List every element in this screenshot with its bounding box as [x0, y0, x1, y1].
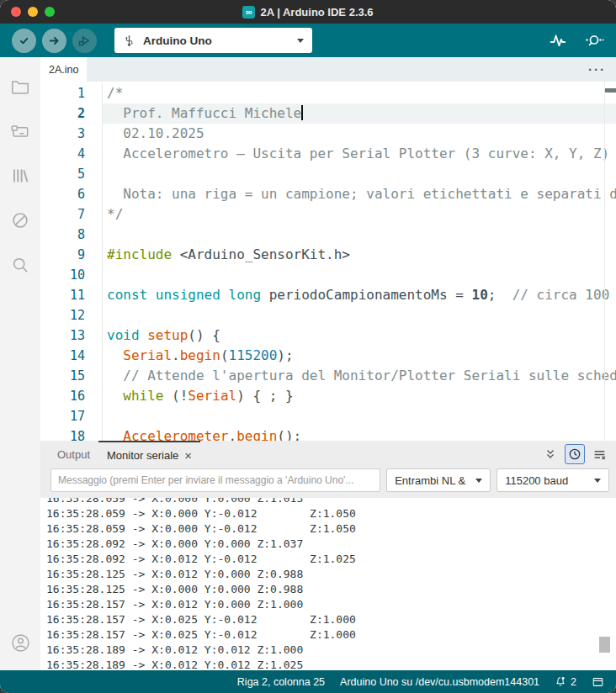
code-line[interactable]: 7*/ — [40, 204, 616, 225]
sidebar-item-sketchbook[interactable] — [0, 64, 40, 108]
minimize-window-button[interactable] — [28, 7, 38, 17]
window-title: 2A | Arduino IDE 2.3.6 — [260, 6, 373, 19]
chevron-down-icon — [475, 479, 482, 483]
panel-header: Output Monitor seriale × — [40, 441, 616, 498]
zoom-window-button[interactable] — [45, 7, 55, 17]
code-text: void setup() { — [103, 325, 616, 346]
chevron-down-icon — [297, 39, 304, 43]
statusbar: Riga 2, colonna 25 Arduino Uno su /dev/c… — [0, 670, 616, 693]
panel-tab-output[interactable]: Output — [49, 441, 98, 468]
code-line[interactable]: 4 Accelerometro — Uscita per Serial Plot… — [40, 144, 616, 164]
serial-line: 16:35:28.125 -> X:0.000 Y:0.000 Z:0.988 — [46, 582, 616, 597]
serial-monitor-button[interactable] — [584, 30, 604, 50]
code-text: while (!Serial) { ; } — [103, 386, 616, 406]
line-number: 17 — [40, 406, 103, 426]
code-line[interactable]: 6 Nota: una riga = un campione; valori e… — [40, 184, 616, 204]
line-number: 10 — [40, 265, 103, 285]
serial-lines: 16:35:28.059 -> X:0.000 Y:0.000 Z:1.0131… — [46, 498, 616, 670]
cursor-position-status[interactable]: Riga 2, colonna 25 — [237, 676, 325, 688]
code-line[interactable]: 2 Prof. Maffucci Michele — [40, 103, 616, 124]
notifications-status[interactable]: 2 — [555, 675, 576, 688]
code-line[interactable]: 1/* — [40, 83, 616, 103]
line-ending-select[interactable]: Entrambi NL & CR — [386, 468, 491, 492]
line-number: 1 — [40, 83, 103, 103]
line-number: 16 — [40, 386, 103, 406]
code-text: /* — [103, 83, 616, 103]
code-text — [103, 225, 616, 245]
code-text — [103, 305, 616, 325]
sidebar-item-account[interactable] — [0, 621, 40, 665]
board-icon — [9, 120, 31, 142]
serial-line: 16:35:28.157 -> X:0.025 Y:-0.012 Z:1.000 — [46, 627, 616, 643]
code-line[interactable]: 9#include <Arduino_SensorKit.h> — [40, 245, 616, 265]
notifications-count: 2 — [571, 676, 576, 688]
serial-line: 16:35:28.092 -> X:0.012 Y:-0.012 Z:1.025 — [46, 552, 616, 567]
upload-button[interactable] — [42, 29, 66, 53]
serial-line: 16:35:28.189 -> X:0.012 Y:0.012 Z:1.000 — [46, 643, 616, 658]
serial-output[interactable]: 16:35:28.059 -> X:0.000 Y:0.000 Z:1.0131… — [40, 498, 616, 670]
collapse-panel-button[interactable] — [540, 444, 560, 464]
board-port-status[interactable]: Arduino Uno su /dev/cu.usbmodem144301 — [340, 676, 539, 688]
code-line[interactable]: 14 Serial.begin(115200); — [40, 346, 616, 366]
toggle-panel-icon — [592, 676, 604, 688]
serial-message-input[interactable] — [50, 468, 380, 492]
editor-tab-2a-ino[interactable]: 2A.ino — [40, 57, 87, 82]
titlebar: ∞ 2A | Arduino IDE 2.3.6 — [0, 0, 616, 24]
close-tab-icon[interactable]: × — [184, 449, 192, 462]
code-text: */ — [103, 204, 616, 225]
code-line[interactable]: 15 // Attende l'apertura del Monitor/Plo… — [40, 366, 616, 386]
toggle-panel-button[interactable] — [592, 676, 604, 688]
toolbar: Arduino Uno — [0, 24, 616, 57]
serial-scrollbar-thumb[interactable] — [599, 637, 610, 653]
code-line[interactable]: 10 — [40, 265, 616, 285]
sidebar-item-boards-manager[interactable] — [0, 108, 40, 153]
line-number: 13 — [40, 325, 103, 346]
circle-slash-icon — [9, 209, 31, 231]
toolbar-right-actions — [548, 30, 604, 50]
baud-rate-select[interactable]: 115200 baud — [497, 468, 609, 492]
line-number: 7 — [40, 204, 103, 225]
sidebar-item-library-manager[interactable] — [0, 153, 40, 198]
magnifier-icon — [9, 254, 31, 276]
toggle-timestamp-button[interactable] — [565, 444, 585, 464]
bottom-panel: Output Monitor seriale × — [40, 441, 616, 670]
editor-more-actions-button[interactable]: ··· — [578, 57, 616, 82]
sidebar-item-search[interactable] — [0, 242, 40, 287]
code-line[interactable]: 17 — [40, 406, 616, 426]
line-number: 18 — [40, 426, 103, 441]
clear-output-icon — [592, 447, 607, 462]
code-line[interactable]: 12 — [40, 305, 616, 325]
editor-scrollbar-marker[interactable] — [605, 88, 616, 93]
line-number: 8 — [40, 225, 103, 245]
code-editor[interactable]: 1/*2 Prof. Maffucci Michele3 02.10.20254… — [40, 82, 616, 441]
debug-button[interactable] — [72, 29, 97, 53]
line-number: 9 — [40, 245, 103, 265]
editor-scrollbar-track[interactable] — [604, 82, 605, 441]
code-line[interactable]: 3 02.10.2025 — [40, 124, 616, 144]
code-line[interactable]: 11const unsigned long periodoCampionamen… — [40, 285, 616, 305]
close-window-button[interactable] — [11, 7, 21, 17]
code-line[interactable]: 16 while (!Serial) { ; } — [40, 386, 616, 406]
clear-output-button[interactable] — [589, 444, 609, 464]
verify-button[interactable] — [12, 29, 36, 53]
sidebar-item-debug[interactable] — [0, 198, 40, 242]
code-text: 02.10.2025 — [103, 124, 616, 144]
code-line[interactable]: 18 Accelerometer.begin(); — [40, 426, 616, 441]
serial-line: 16:35:28.157 -> X:0.025 Y:-0.012 Z:1.000 — [46, 612, 616, 627]
panel-tab-serial-monitor[interactable]: Monitor seriale × — [98, 441, 200, 468]
board-selector-value: Arduino Uno — [143, 34, 289, 47]
code-line[interactable]: 8 — [40, 225, 616, 245]
main-area: 2A.ino ··· 1/*2 Prof. Maffucci Michele3 … — [0, 57, 616, 670]
code-line[interactable]: 13void setup() { — [40, 325, 616, 346]
code-line[interactable]: 5 — [40, 164, 616, 184]
serial-plotter-button[interactable] — [548, 30, 568, 50]
clock-icon — [568, 447, 581, 461]
code-text: Nota: una riga = un campione; valori eti… — [103, 184, 616, 204]
board-selector[interactable]: Arduino Uno — [114, 28, 312, 53]
serial-line: 16:35:28.059 -> X:0.000 Y:-0.012 Z:1.050 — [46, 506, 616, 521]
code-text: #include <Arduino_SensorKit.h> — [103, 245, 616, 265]
activity-sidebar — [0, 57, 40, 670]
panel-tab-output-label: Output — [57, 448, 90, 461]
code-text: Accelerometer.begin(); — [103, 426, 616, 441]
serial-line: 16:35:28.157 -> X:0.012 Y:0.000 Z:1.000 — [46, 597, 616, 612]
